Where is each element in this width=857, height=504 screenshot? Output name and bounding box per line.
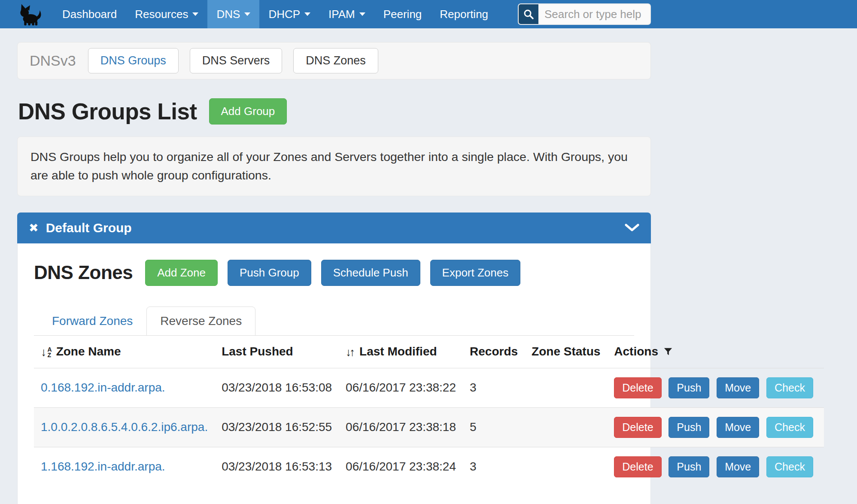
nav-item-label: DNS <box>216 8 240 21</box>
col-last-modified[interactable]: ↓↑Last Modified <box>339 336 463 368</box>
filter-icon[interactable] <box>663 347 673 357</box>
sort-icon: ↓↑ <box>346 346 353 359</box>
schedule-push-button[interactable]: Schedule Push <box>321 260 420 286</box>
table-row: 1.168.192.in-addr.arpa. 03/23/2018 16:53… <box>34 447 824 486</box>
col-label: Zone Status <box>532 345 600 358</box>
dns-groups-button[interactable]: DNS Groups <box>88 48 179 73</box>
zones-heading-row: DNS Zones Add Zone Push Group Schedule P… <box>34 260 634 286</box>
zone-status-cell <box>525 447 607 486</box>
caret-down-icon <box>359 12 365 16</box>
move-button[interactable]: Move <box>717 456 759 477</box>
actions-cell: Delete Push Move Check <box>607 368 824 407</box>
section-label: DNSv3 <box>30 52 76 69</box>
close-icon[interactable]: ✖ <box>29 221 39 235</box>
nav-item-label: Resources <box>135 8 188 21</box>
sort-alpha-icon[interactable]: ↓AZ <box>41 346 52 358</box>
caret-down-icon <box>244 12 250 16</box>
col-label: Actions <box>614 345 658 358</box>
zone-status-cell <box>525 407 607 447</box>
zone-status-cell <box>525 368 607 407</box>
move-button[interactable]: Move <box>717 377 759 398</box>
dns-zones-heading: DNS Zones <box>34 262 133 283</box>
push-button[interactable]: Push <box>669 417 709 438</box>
check-button[interactable]: Check <box>766 456 813 477</box>
last-modified-cell: 06/16/2017 23:38:18 <box>339 407 463 447</box>
navbar-inner: Dashboard Resources DNS DHCP IPAM Peerin… <box>17 0 651 28</box>
push-button[interactable]: Push <box>669 377 709 398</box>
page: Dashboard Resources DNS DHCP IPAM Peerin… <box>0 0 857 504</box>
push-button[interactable]: Push <box>669 456 709 477</box>
description-box: DNS Groups help you to organize all of y… <box>17 137 651 196</box>
group-panel-body: DNS Zones Add Zone Push Group Schedule P… <box>17 243 651 504</box>
zone-link[interactable]: 1.0.0.2.0.8.6.5.4.0.6.2.ip6.arpa. <box>41 420 208 434</box>
col-last-pushed[interactable]: Last Pushed <box>215 336 339 368</box>
col-zone-status: Zone Status <box>525 336 607 368</box>
cat-logo-icon <box>17 2 42 26</box>
push-group-button[interactable]: Push Group <box>228 260 311 286</box>
check-button[interactable]: Check <box>766 377 813 398</box>
delete-button[interactable]: Delete <box>614 377 661 398</box>
zone-link[interactable]: 0.168.192.in-addr.arpa. <box>41 381 165 394</box>
last-modified-cell: 06/16/2017 23:38:24 <box>339 447 463 486</box>
chevron-down-icon[interactable] <box>625 224 639 232</box>
search-icon <box>523 9 534 20</box>
group-panel-title: Default Group <box>46 221 132 235</box>
col-label: Zone Name <box>56 345 121 358</box>
col-label: Last Modified <box>359 345 437 358</box>
table-row: 1.0.0.2.0.8.6.5.4.0.6.2.ip6.arpa. 03/23/… <box>34 407 824 447</box>
nav-item-dashboard[interactable]: Dashboard <box>53 0 126 28</box>
dns-zones-button[interactable]: DNS Zones <box>293 48 378 73</box>
caret-down-icon <box>304 12 310 16</box>
move-button[interactable]: Move <box>717 417 759 438</box>
last-modified-cell: 06/16/2017 23:38:22 <box>339 368 463 407</box>
navbar-search <box>518 3 651 25</box>
actions-cell: Delete Push Move Check <box>607 407 824 447</box>
tab-reverse-zones[interactable]: Reverse Zones <box>146 307 255 336</box>
group-panel-header[interactable]: ✖ Default Group <box>17 213 651 243</box>
delete-button[interactable]: Delete <box>614 417 661 438</box>
section-bar: DNSv3 DNS Groups DNS Servers DNS Zones <box>17 42 651 79</box>
nav-item-ipam[interactable]: IPAM <box>319 0 374 28</box>
records-cell: 3 <box>463 368 525 407</box>
dns-servers-button[interactable]: DNS Servers <box>190 48 283 73</box>
col-label: Records <box>470 345 518 358</box>
brand-logo[interactable] <box>17 2 42 26</box>
col-zone-name[interactable]: ↓AZZone Name <box>34 336 215 368</box>
col-actions: Actions <box>607 336 824 368</box>
nav-item-dns[interactable]: DNS <box>207 0 259 28</box>
last-pushed-cell: 03/23/2018 16:53:13 <box>215 447 339 486</box>
group-panel: ✖ Default Group DNS Zones Add Zone Push … <box>17 213 651 504</box>
records-cell: 5 <box>463 407 525 447</box>
nav-item-peering[interactable]: Peering <box>374 0 431 28</box>
nav-item-label: Reporting <box>440 8 488 21</box>
add-zone-button[interactable]: Add Zone <box>145 260 218 286</box>
zone-link[interactable]: 1.168.192.in-addr.arpa. <box>41 460 165 473</box>
search-input[interactable] <box>538 4 650 24</box>
add-group-button[interactable]: Add Group <box>209 98 287 124</box>
last-pushed-cell: 03/23/2018 16:53:08 <box>215 368 339 407</box>
col-records: Records <box>463 336 525 368</box>
delete-button[interactable]: Delete <box>614 456 661 477</box>
tab-forward-zones[interactable]: Forward Zones <box>38 307 146 336</box>
page-title: DNS Groups List <box>18 98 197 124</box>
last-pushed-cell: 03/23/2018 16:52:55 <box>215 407 339 447</box>
description-text: DNS Groups help you to organize all of y… <box>30 150 628 182</box>
caret-down-icon <box>192 12 198 16</box>
nav-item-resources[interactable]: Resources <box>126 0 207 28</box>
nav-item-label: Peering <box>383 8 422 21</box>
zones-tabs: Forward Zones Reverse Zones <box>34 307 634 336</box>
export-zones-button[interactable]: Export Zones <box>430 260 521 286</box>
check-button[interactable]: Check <box>766 417 813 438</box>
nav-item-reporting[interactable]: Reporting <box>431 0 497 28</box>
table-header-row: ↓AZZone Name Last Pushed ↓↑Last Modified… <box>34 336 824 368</box>
title-row: DNS Groups List Add Group <box>18 98 857 124</box>
nav-item-label: DHCP <box>268 8 300 21</box>
nav-item-label: Dashboard <box>62 8 117 21</box>
top-navbar: Dashboard Resources DNS DHCP IPAM Peerin… <box>0 0 857 28</box>
records-cell: 3 <box>463 447 525 486</box>
table-row: 0.168.192.in-addr.arpa. 03/23/2018 16:53… <box>34 368 824 407</box>
col-label: Last Pushed <box>222 345 293 358</box>
search-button[interactable] <box>519 4 538 24</box>
nav-item-dhcp[interactable]: DHCP <box>259 0 319 28</box>
nav-item-label: IPAM <box>328 8 355 21</box>
